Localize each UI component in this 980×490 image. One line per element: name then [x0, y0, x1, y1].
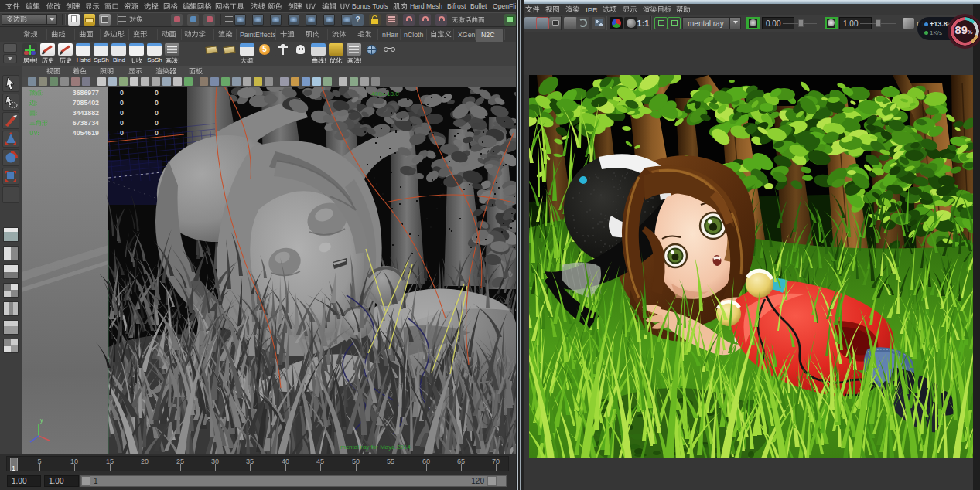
svg-text:7085402: 7085402: [73, 99, 99, 107]
svg-text:mental ray for Maya 2014: mental ray for Maya 2014: [340, 444, 411, 451]
svg-text:0: 0: [120, 119, 124, 127]
svg-text:y: y: [40, 417, 43, 424]
svg-text:0: 0: [155, 109, 159, 117]
svg-text:0: 0: [155, 89, 159, 97]
svg-text:3686977: 3686977: [73, 89, 99, 97]
svg-text:6738734: 6738734: [73, 119, 99, 127]
svg-text:0: 0: [155, 129, 159, 137]
svg-text:0: 0: [155, 99, 159, 107]
svg-text:3441882: 3441882: [73, 109, 99, 117]
svg-text:0: 0: [120, 109, 124, 117]
svg-text:4054619: 4054619: [73, 129, 99, 137]
svg-text:0: 0: [120, 129, 124, 137]
svg-text:400x-18.0: 400x-18.0: [371, 90, 399, 97]
svg-text:0: 0: [155, 119, 159, 127]
svg-text:0: 0: [120, 89, 124, 97]
svg-text:0: 0: [120, 99, 124, 107]
